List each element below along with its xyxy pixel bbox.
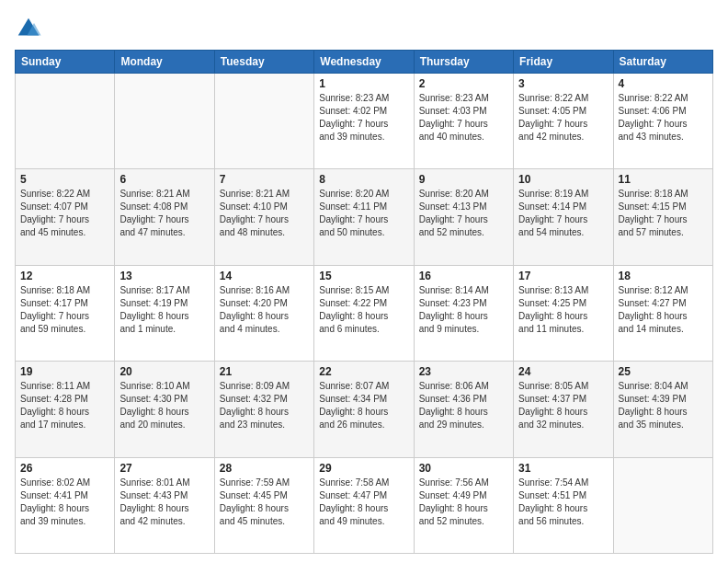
calendar-cell: 1Sunrise: 8:23 AM Sunset: 4:02 PM Daylig… <box>314 74 414 169</box>
calendar-cell: 6Sunrise: 8:21 AM Sunset: 4:08 PM Daylig… <box>115 169 214 265</box>
day-info: Sunrise: 8:21 AM Sunset: 4:10 PM Dayligh… <box>220 188 309 239</box>
day-number: 15 <box>319 270 408 282</box>
calendar-cell <box>16 74 115 169</box>
day-number: 17 <box>518 270 608 282</box>
calendar-cell: 5Sunrise: 8:22 AM Sunset: 4:07 PM Daylig… <box>16 169 115 265</box>
calendar-cell: 8Sunrise: 8:20 AM Sunset: 4:11 PM Daylig… <box>314 169 414 265</box>
day-number: 2 <box>419 77 508 90</box>
calendar-cell: 12Sunrise: 8:18 AM Sunset: 4:17 PM Dayli… <box>16 265 115 361</box>
day-info: Sunrise: 7:54 AM Sunset: 4:51 PM Dayligh… <box>518 477 608 528</box>
logo <box>15 15 46 42</box>
day-number: 5 <box>20 173 109 186</box>
day-info: Sunrise: 8:20 AM Sunset: 4:13 PM Dayligh… <box>419 188 508 239</box>
day-info: Sunrise: 8:09 AM Sunset: 4:32 PM Dayligh… <box>220 380 309 431</box>
day-number: 25 <box>619 365 708 378</box>
calendar-cell: 13Sunrise: 8:17 AM Sunset: 4:19 PM Dayli… <box>115 265 214 361</box>
logo-icon <box>15 15 42 42</box>
calendar: SundayMondayTuesdayWednesdayThursdayFrid… <box>15 50 713 554</box>
calendar-cell <box>115 74 214 169</box>
day-number: 19 <box>20 365 109 378</box>
day-number: 26 <box>20 462 109 475</box>
calendar-cell: 30Sunrise: 7:56 AM Sunset: 4:49 PM Dayli… <box>414 457 513 553</box>
header-cell-thursday: Thursday <box>414 51 513 74</box>
day-info: Sunrise: 8:22 AM Sunset: 4:07 PM Dayligh… <box>20 188 109 239</box>
day-info: Sunrise: 8:21 AM Sunset: 4:08 PM Dayligh… <box>119 188 209 239</box>
day-info: Sunrise: 8:13 AM Sunset: 4:25 PM Dayligh… <box>518 284 608 336</box>
header-cell-sunday: Sunday <box>16 51 115 74</box>
calendar-cell: 28Sunrise: 7:59 AM Sunset: 4:45 PM Dayli… <box>214 457 313 553</box>
day-number: 12 <box>20 270 109 282</box>
header-cell-wednesday: Wednesday <box>314 51 414 74</box>
calendar-cell: 23Sunrise: 8:06 AM Sunset: 4:36 PM Dayli… <box>414 362 513 457</box>
day-info: Sunrise: 8:18 AM Sunset: 4:15 PM Dayligh… <box>619 188 708 239</box>
calendar-cell: 17Sunrise: 8:13 AM Sunset: 4:25 PM Dayli… <box>514 265 613 361</box>
day-info: Sunrise: 7:59 AM Sunset: 4:45 PM Dayligh… <box>220 477 309 528</box>
week-row-5: 26Sunrise: 8:02 AM Sunset: 4:41 PM Dayli… <box>16 457 713 553</box>
day-info: Sunrise: 7:56 AM Sunset: 4:49 PM Dayligh… <box>419 477 508 528</box>
day-info: Sunrise: 8:22 AM Sunset: 4:06 PM Dayligh… <box>619 92 708 144</box>
page: SundayMondayTuesdayWednesdayThursdayFrid… <box>0 0 728 563</box>
day-info: Sunrise: 7:58 AM Sunset: 4:47 PM Dayligh… <box>319 477 408 528</box>
day-number: 6 <box>119 173 209 186</box>
calendar-cell: 27Sunrise: 8:01 AM Sunset: 4:43 PM Dayli… <box>115 457 214 553</box>
day-info: Sunrise: 8:10 AM Sunset: 4:30 PM Dayligh… <box>119 380 209 431</box>
day-info: Sunrise: 8:11 AM Sunset: 4:28 PM Dayligh… <box>20 380 109 431</box>
calendar-cell: 15Sunrise: 8:15 AM Sunset: 4:22 PM Dayli… <box>314 265 414 361</box>
day-info: Sunrise: 8:12 AM Sunset: 4:27 PM Dayligh… <box>619 284 708 336</box>
calendar-cell: 26Sunrise: 8:02 AM Sunset: 4:41 PM Dayli… <box>16 457 115 553</box>
day-info: Sunrise: 8:17 AM Sunset: 4:19 PM Dayligh… <box>119 284 209 336</box>
calendar-cell: 7Sunrise: 8:21 AM Sunset: 4:10 PM Daylig… <box>214 169 313 265</box>
header-cell-friday: Friday <box>514 51 613 74</box>
day-number: 9 <box>419 173 508 186</box>
calendar-cell <box>613 457 712 553</box>
calendar-cell: 20Sunrise: 8:10 AM Sunset: 4:30 PM Dayli… <box>115 362 214 457</box>
header-cell-saturday: Saturday <box>613 51 712 74</box>
day-number: 7 <box>220 173 309 186</box>
day-info: Sunrise: 8:04 AM Sunset: 4:39 PM Dayligh… <box>619 380 708 431</box>
day-info: Sunrise: 8:22 AM Sunset: 4:05 PM Dayligh… <box>518 92 608 144</box>
week-row-3: 12Sunrise: 8:18 AM Sunset: 4:17 PM Dayli… <box>16 265 713 361</box>
day-number: 31 <box>518 462 608 475</box>
header-cell-tuesday: Tuesday <box>214 51 313 74</box>
calendar-cell: 11Sunrise: 8:18 AM Sunset: 4:15 PM Dayli… <box>613 169 712 265</box>
day-number: 4 <box>619 77 708 90</box>
calendar-cell: 31Sunrise: 7:54 AM Sunset: 4:51 PM Dayli… <box>514 457 613 553</box>
day-number: 13 <box>119 270 209 282</box>
calendar-cell: 22Sunrise: 8:07 AM Sunset: 4:34 PM Dayli… <box>314 362 414 457</box>
day-number: 21 <box>220 365 309 378</box>
week-row-4: 19Sunrise: 8:11 AM Sunset: 4:28 PM Dayli… <box>16 362 713 457</box>
calendar-cell <box>214 74 313 169</box>
calendar-cell: 4Sunrise: 8:22 AM Sunset: 4:06 PM Daylig… <box>613 74 712 169</box>
day-info: Sunrise: 8:16 AM Sunset: 4:20 PM Dayligh… <box>220 284 309 336</box>
header-row: SundayMondayTuesdayWednesdayThursdayFrid… <box>16 51 713 74</box>
day-number: 10 <box>518 173 608 186</box>
day-number: 23 <box>419 365 508 378</box>
day-info: Sunrise: 8:05 AM Sunset: 4:37 PM Dayligh… <box>518 380 608 431</box>
day-info: Sunrise: 8:15 AM Sunset: 4:22 PM Dayligh… <box>319 284 408 336</box>
header <box>15 15 713 42</box>
day-info: Sunrise: 8:23 AM Sunset: 4:03 PM Dayligh… <box>419 92 508 144</box>
calendar-cell: 10Sunrise: 8:19 AM Sunset: 4:14 PM Dayli… <box>514 169 613 265</box>
week-row-1: 1Sunrise: 8:23 AM Sunset: 4:02 PM Daylig… <box>16 74 713 169</box>
day-info: Sunrise: 8:01 AM Sunset: 4:43 PM Dayligh… <box>119 477 209 528</box>
day-number: 16 <box>419 270 508 282</box>
calendar-cell: 18Sunrise: 8:12 AM Sunset: 4:27 PM Dayli… <box>613 265 712 361</box>
day-info: Sunrise: 8:14 AM Sunset: 4:23 PM Dayligh… <box>419 284 508 336</box>
day-number: 30 <box>419 462 508 475</box>
calendar-cell: 21Sunrise: 8:09 AM Sunset: 4:32 PM Dayli… <box>214 362 313 457</box>
day-info: Sunrise: 8:20 AM Sunset: 4:11 PM Dayligh… <box>319 188 408 239</box>
day-number: 11 <box>619 173 708 186</box>
day-number: 20 <box>119 365 209 378</box>
day-info: Sunrise: 8:23 AM Sunset: 4:02 PM Dayligh… <box>319 92 408 144</box>
calendar-cell: 14Sunrise: 8:16 AM Sunset: 4:20 PM Dayli… <box>214 265 313 361</box>
day-info: Sunrise: 8:06 AM Sunset: 4:36 PM Dayligh… <box>419 380 508 431</box>
day-number: 8 <box>319 173 408 186</box>
day-info: Sunrise: 8:18 AM Sunset: 4:17 PM Dayligh… <box>20 284 109 336</box>
day-info: Sunrise: 8:02 AM Sunset: 4:41 PM Dayligh… <box>20 477 109 528</box>
calendar-cell: 29Sunrise: 7:58 AM Sunset: 4:47 PM Dayli… <box>314 457 414 553</box>
day-number: 1 <box>319 77 408 90</box>
calendar-cell: 2Sunrise: 8:23 AM Sunset: 4:03 PM Daylig… <box>414 74 513 169</box>
day-number: 28 <box>220 462 309 475</box>
week-row-2: 5Sunrise: 8:22 AM Sunset: 4:07 PM Daylig… <box>16 169 713 265</box>
day-number: 18 <box>619 270 708 282</box>
